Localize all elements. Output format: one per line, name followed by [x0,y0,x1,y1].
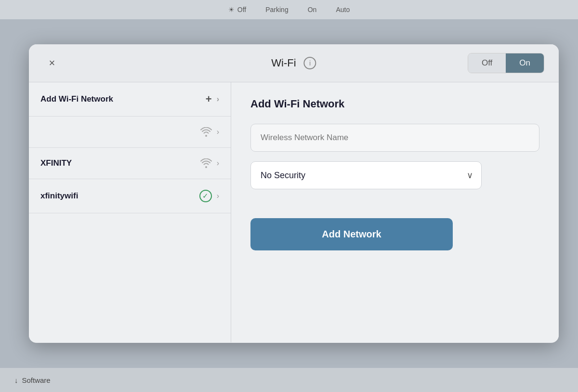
brightness-item: ☀ Off [228,6,246,13]
add-network-label: Add Wi-Fi Network [40,94,113,104]
parking-label: Parking [265,6,288,13]
brightness-icon: ☀ [228,6,235,13]
auto-label: Auto [336,6,350,13]
wifi-icon-xfinity [200,158,212,168]
arrow-down-icon: ↓ [14,376,18,384]
modal-header: × Wi-Fi i Off On [29,44,559,82]
toggle-off-button[interactable]: Off [468,53,506,73]
wifi-modal: × Wi-Fi i Off On Add Wi-Fi Network [29,44,559,343]
toggle-on-button[interactable]: On [506,53,544,73]
info-icon[interactable]: i [304,57,316,69]
close-button[interactable]: × [43,54,61,72]
network-xfinitywifi-icons: ✓ › [199,190,219,202]
modal-body: Add Wi-Fi Network + › [29,82,559,342]
network-xfinitywifi-chevron: › [217,192,219,200]
software-label: Software [22,376,51,384]
wifi-toggle-group: Off On [468,53,544,73]
climate-item: On [308,6,317,13]
network-xfinitywifi-name: xfinitywifi [40,191,78,201]
network-item-xfinity[interactable]: XFINITY › [29,148,231,179]
security-select-wrapper: No Security WPA2 Personal WPA3 Personal … [250,161,539,189]
network-0-icons: › [200,127,219,137]
security-select[interactable]: No Security WPA2 Personal WPA3 Personal … [250,161,482,189]
add-chevron-icon: › [217,95,219,104]
network-item-0[interactable]: › [29,117,231,148]
network-0-chevron: › [217,128,219,136]
bottom-bar: ↓ Software [0,368,578,392]
modal-title-area: Wi-Fi i [271,57,316,69]
modal-overlay: × Wi-Fi i Off On Add Wi-Fi Network [10,19,578,368]
brightness-label: Off [237,6,246,13]
right-panel-title: Add Wi-Fi Network [250,98,539,110]
top-bar: ☀ Off Parking On Auto [0,0,578,19]
modal-title: Wi-Fi [271,57,296,69]
network-xfinity-name: XFINITY [40,158,72,168]
auto-item: Auto [336,6,350,13]
right-panel: Add Wi-Fi Network No Security WPA2 Perso… [231,82,559,342]
parking-item: Parking [265,6,288,13]
add-network-button[interactable]: Add Network [250,218,453,250]
wifi-icon-0 [200,127,212,137]
left-panel: Add Wi-Fi Network + › [29,82,231,342]
add-item-icons: + › [206,93,219,105]
plus-icon: + [206,93,212,105]
network-xfinity-chevron: › [217,159,219,168]
climate-label: On [308,6,317,13]
network-xfinity-icons: › [200,158,219,168]
add-wifi-network-item[interactable]: Add Wi-Fi Network + › [29,82,231,117]
connected-check-icon: ✓ [199,190,212,202]
network-item-xfinitywifi[interactable]: xfinitywifi ✓ › [29,179,231,213]
network-name-input[interactable] [250,124,539,152]
